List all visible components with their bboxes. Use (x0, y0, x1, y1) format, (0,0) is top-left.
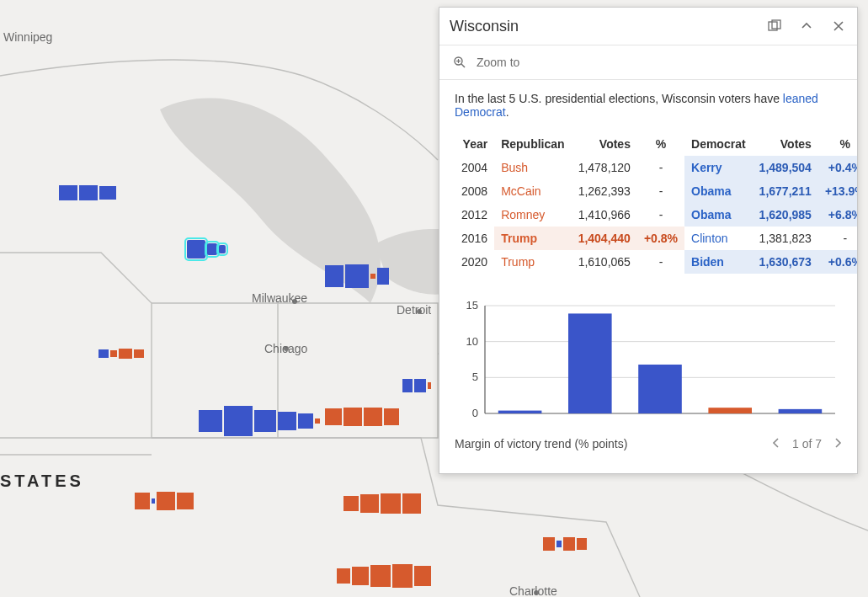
col-rep: Republican (494, 132, 571, 156)
zoom-to-label: Zoom to (477, 56, 519, 69)
chart-title: Margin of victory trend (% points) (455, 437, 627, 450)
popup-header: Wisconsin (439, 8, 857, 45)
collapse-icon[interactable] (798, 18, 815, 35)
svg-point-1 (284, 346, 289, 351)
state-marker[interactable] (543, 537, 587, 551)
svg-point-2 (417, 309, 422, 314)
results-table: Year Republican Votes % Democrat Votes %… (455, 132, 857, 274)
popup-title: Wisconsin (450, 18, 519, 35)
state-marker[interactable] (199, 406, 320, 436)
feature-popup: Wisconsin Zoom to In the last 5 U.S. pre… (439, 7, 858, 474)
intro-prefix: In the last 5 U.S. presidential election… (455, 92, 783, 105)
col-year: Year (455, 132, 494, 156)
pager-label: 1 of 7 (792, 437, 822, 450)
table-row: 2012Romney1,410,966-Obama1,620,985+6.8% (455, 203, 857, 227)
svg-point-0 (292, 299, 297, 304)
state-marker[interactable] (99, 349, 144, 359)
state-marker[interactable] (135, 492, 194, 510)
svg-rect-20 (568, 313, 612, 413)
col-pct2: % (818, 132, 857, 156)
zoom-icon (451, 54, 468, 71)
state-marker-selected[interactable] (187, 240, 226, 259)
svg-rect-21 (638, 365, 682, 413)
margin-chart: 051015 Margin of victory trend (% points… (455, 299, 842, 466)
state-marker[interactable] (402, 379, 431, 392)
media-pager: 1 of 7 (772, 437, 842, 450)
close-icon[interactable] (830, 18, 847, 35)
state-marker[interactable] (59, 185, 116, 200)
zoom-to-action[interactable]: Zoom to (439, 45, 857, 80)
svg-point-3 (534, 590, 539, 595)
popup-actions (766, 18, 847, 35)
svg-text:0: 0 (472, 407, 478, 419)
intro-suffix: . (506, 105, 509, 119)
svg-line-7 (461, 64, 465, 67)
state-marker[interactable] (325, 408, 399, 426)
popup-intro: In the last 5 U.S. presidential election… (455, 92, 842, 119)
svg-rect-23 (779, 409, 823, 413)
col-pct1: % (637, 132, 684, 156)
table-row: 2008McCain1,262,393-Obama1,677,211+13.9% (455, 179, 857, 203)
dock-icon[interactable] (766, 18, 783, 35)
state-marker[interactable] (337, 564, 431, 588)
popup-body: In the last 5 U.S. presidential election… (439, 80, 857, 473)
state-marker[interactable] (343, 493, 421, 514)
col-votes1: Votes (572, 132, 637, 156)
table-row: 2004Bush1,478,120-Kerry1,489,504+0.4% (455, 156, 857, 179)
svg-rect-22 (708, 408, 752, 413)
state-marker[interactable] (325, 264, 389, 288)
pager-next-icon[interactable] (833, 437, 842, 450)
svg-text:15: 15 (466, 299, 478, 312)
table-row: 2016Trump1,404,440+0.8%Clinton1,381,823- (455, 227, 857, 250)
table-row: 2020Trump1,610,065-Biden1,630,673+0.6% (455, 250, 857, 274)
svg-text:5: 5 (472, 370, 478, 383)
col-dem: Democrat (684, 132, 753, 156)
pager-prev-icon[interactable] (772, 437, 780, 450)
svg-text:10: 10 (466, 335, 478, 348)
col-votes2: Votes (753, 132, 818, 156)
svg-rect-19 (498, 411, 542, 413)
